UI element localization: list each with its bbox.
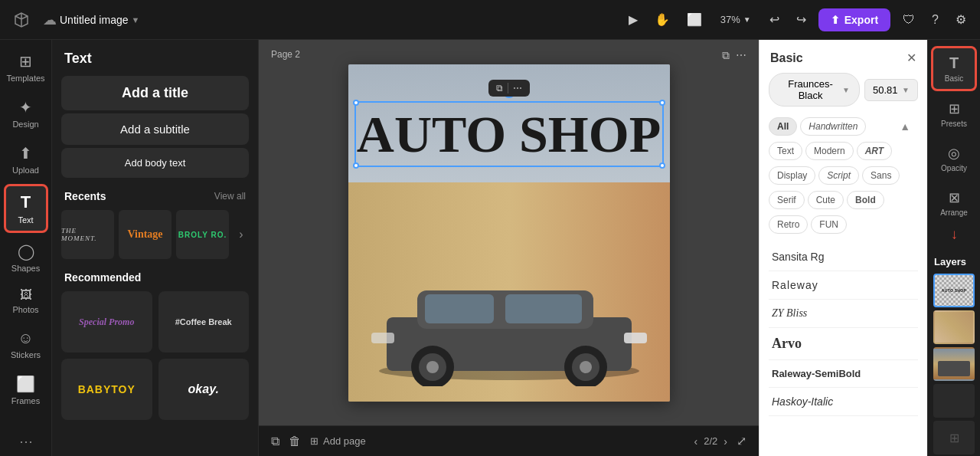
filter-handwritten[interactable]: Handwritten [800,117,866,136]
left-sidebar: ⊞ Templates ✦ Design ⬆ Upload T Text ◯ S… [0,40,52,456]
layers-header: Layers [928,250,980,271]
sidebar-item-shapes[interactable]: ◯ Shapes [4,236,48,279]
filter-serif[interactable]: Serif [769,191,805,209]
rec-item-0[interactable]: Special Promo [61,291,152,353]
filter-retro[interactable]: Retro [769,215,808,234]
font-size-button[interactable]: 50.81 ▼ [864,79,918,101]
page-navigation: ‹ 2/2 › [694,435,727,448]
filter-fun[interactable]: FUN [811,215,847,234]
floating-toolbar: ⧉ ⋯ [488,80,530,97]
right-tab-arrange-label: Arrange [940,208,968,217]
font-dropdown-icon: ▼ [842,86,850,94]
settings-button[interactable]: ⚙ [951,9,971,30]
sidebar-item-text[interactable]: T Text [4,184,48,233]
recents-next-button[interactable]: › [234,210,249,259]
add-page-button[interactable]: ⊞ Add page [310,435,366,447]
font-item-haskoy[interactable]: Haskoy-Italic [769,388,918,416]
export-button[interactable]: ⬆ Export [818,8,890,31]
basic-panel-header: Basic ✕ [760,40,927,73]
filter-modern[interactable]: Modern [805,142,854,160]
select-tool-button[interactable]: ▶ [624,9,642,30]
filter-text[interactable]: Text [769,142,802,160]
filter-sans[interactable]: Sans [862,166,900,185]
filter-display[interactable]: Display [769,166,815,185]
page-copy-icon[interactable]: ⧉ [722,49,730,62]
filter-collapse-btn[interactable]: ▲ [892,117,918,136]
zoom-control[interactable]: 37% ▼ [714,11,757,28]
font-item-raleway-semi[interactable]: Raleway-SemiBold [769,360,918,388]
view-all-link[interactable]: View all [214,191,246,202]
undo-button[interactable]: ↩ [765,9,784,30]
sidebar-item-stickers[interactable]: ☺ Stickers [4,323,48,366]
right-tab-presets[interactable]: ⊞ Presets [931,93,977,136]
filter-cute[interactable]: Cute [808,191,844,209]
recents-grid: THE MOMENT. Vintage BROLY RO. › [52,207,258,262]
topbar: ☁ Untitled image ▼ ▶ ✋ ⬜ 37% ▼ ↩ ↪ ⬆ Exp… [0,0,980,40]
layer-thumb-0[interactable]: AUTO SHOP [933,274,975,307]
filter-bold[interactable]: Bold [847,191,884,209]
text-icon: T [21,192,31,212]
sidebar-item-design[interactable]: ✦ Design [4,92,48,135]
right-tab-opacity[interactable]: ◎ Opacity [931,137,977,180]
right-tab-basic-label: Basic [945,74,963,83]
right-arrange-icon: ⊠ [949,189,960,206]
canvas-bottom-bar: ⧉ 🗑 ⊞ Add page ‹ 2/2 › ⤢ [259,425,759,456]
font-size-value: 50.81 [873,84,898,96]
svg-rect-12 [371,333,394,343]
filter-art[interactable]: ART [857,142,892,160]
sidebar-item-photos[interactable]: 🖼 Photos [4,282,48,320]
hand-tool-button[interactable]: ✋ [650,9,675,30]
canvas-page[interactable]: ↺ AUTO SHOP ⧉ ⋯ [348,64,670,402]
bottom-delete-btn[interactable]: 🗑 [289,435,301,448]
recent-item-2[interactable]: BROLY RO. [176,210,229,259]
help-button[interactable]: ? [927,10,943,30]
recommended-section-header: Recommended [52,262,258,288]
prev-page-btn[interactable]: ‹ [694,435,698,448]
basic-close-button[interactable]: ✕ [906,51,916,65]
layer-thumb-3[interactable] [933,384,975,418]
sidebar-more-btn[interactable]: ⋯ [19,433,33,450]
recent-item-1[interactable]: Vintage [119,210,172,259]
app-logo[interactable] [9,8,34,32]
bottom-copy-btn[interactable]: ⧉ [271,435,279,448]
font-selector: Fraunces-Black ▼ 50.81 ▼ [760,73,927,114]
rec-item-1[interactable]: #Coffee Break [158,291,250,353]
add-body-button[interactable]: Add body text [61,148,249,178]
next-page-btn[interactable]: › [724,435,727,448]
right-basic-icon: T [949,54,959,72]
font-name-button[interactable]: Fraunces-Black ▼ [769,73,860,107]
title-chevron-icon[interactable]: ▼ [132,15,140,25]
font-item-raleway[interactable]: Raleway [769,271,918,300]
font-item-sansita[interactable]: Sansita Rg [769,243,918,271]
right-tab-arrange[interactable]: ⊠ Arrange [931,182,977,225]
rec-item-2[interactable]: BABYTOY [61,359,152,420]
shield-icon-btn[interactable]: 🛡 [898,10,920,30]
floating-copy-btn[interactable]: ⧉ [496,83,503,93]
redo-button[interactable]: ↪ [792,9,811,30]
add-title-button[interactable]: Add a title [61,76,249,110]
right-tab-basic[interactable]: T Basic [931,46,977,91]
expand-canvas-btn[interactable]: ⤢ [737,434,746,448]
recent-item-0[interactable]: THE MOMENT. [61,210,114,259]
sidebar-item-upload[interactable]: ⬆ Upload [4,138,48,181]
layer-thumb-1[interactable] [933,310,975,344]
add-subtitle-button[interactable]: Add a subtitle [61,113,249,145]
font-filter-row-3: Display Script Sans [760,163,927,188]
layer-0-label: AUTO SHOP [942,288,966,293]
floating-more-btn[interactable]: ⋯ [513,83,522,93]
main-content: ⊞ Templates ✦ Design ⬆ Upload T Text ◯ S… [0,40,980,456]
rec-item-3[interactable]: okay. [158,359,250,420]
filter-script[interactable]: Script [818,166,859,185]
filter-all[interactable]: All [769,117,797,136]
right-panel: T Basic ⊞ Presets ◎ Opacity ⊠ Arrange ↑ … [927,40,980,456]
layer-thumb-4[interactable]: ⊞ [933,421,975,454]
page-menu-icon[interactable]: ⋯ [736,49,746,62]
font-item-zy-bliss[interactable]: ZY Bliss [769,300,918,328]
project-title[interactable]: Untitled image [60,14,129,26]
sidebar-item-frames[interactable]: ⬜ Frames [4,369,48,412]
font-item-arvo[interactable]: Arvo [769,328,918,360]
frame-tool-button[interactable]: ⬜ [682,9,707,30]
layer-thumb-2[interactable] [933,347,975,381]
sidebar-item-templates[interactable]: ⊞ Templates [4,46,48,89]
font-size-chevron-icon: ▼ [902,86,910,94]
